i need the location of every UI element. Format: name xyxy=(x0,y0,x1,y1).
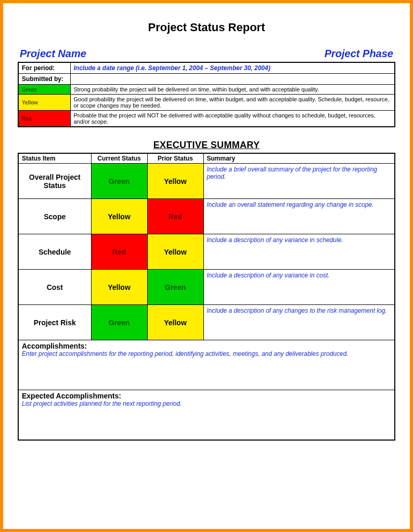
legend-red-desc: Probable that the project will NOT be de… xyxy=(70,111,395,127)
project-header: Project Name Project Phase xyxy=(18,48,395,60)
exec-item-label: Cost xyxy=(18,270,91,305)
page-title: Project Status Report xyxy=(18,21,395,34)
accomplishments-label: Accomplishments: xyxy=(22,342,391,350)
exec-row-schedule: Schedule Red Yellow Include a descriptio… xyxy=(18,234,395,270)
exec-summary-text: Include an overall statement regarding a… xyxy=(203,199,395,234)
exec-row-overall: Overall Project Status Green Yellow Incl… xyxy=(18,164,395,199)
col-current-status: Current Status xyxy=(91,153,147,164)
for-period-label: For period: xyxy=(18,62,70,74)
for-period-row: For period: Include a date range (i.e. S… xyxy=(18,62,395,74)
exec-item-label: Scope xyxy=(18,199,91,234)
exec-current-status: Yellow xyxy=(91,199,147,234)
exec-row-risk: Project Risk Green Yellow Include a desc… xyxy=(18,305,395,340)
exec-prior-status: Yellow xyxy=(147,164,203,199)
exec-header-row: Status Item Current Status Prior Status … xyxy=(18,153,395,164)
executive-summary-table: Status Item Current Status Prior Status … xyxy=(18,153,395,441)
exec-current-status: Yellow xyxy=(91,270,147,305)
accomplishments-row: Accomplishments: Enter project accomplis… xyxy=(18,340,395,390)
exec-prior-status: Red xyxy=(147,199,203,234)
expected-hint: List project activities planned for the … xyxy=(22,400,182,407)
legend-row-red: Red Probable that the project will NOT b… xyxy=(18,111,395,127)
exec-prior-status: Green xyxy=(147,270,203,305)
exec-item-label: Project Risk xyxy=(18,305,91,340)
exec-current-status: Green xyxy=(91,305,147,340)
exec-item-label: Schedule xyxy=(18,234,91,270)
page-frame: Project Status Report Project Name Proje… xyxy=(0,0,413,532)
project-phase-label: Project Phase xyxy=(325,48,393,60)
accomplishments-hint: Enter project accomplishments for the re… xyxy=(22,350,349,357)
legend-row-yellow: Yellow Good probability the project will… xyxy=(18,95,395,111)
expected-accomplishments-section: Expected Accomplishments: List project a… xyxy=(18,390,395,440)
exec-summary-text: Include a brief overall summary of the p… xyxy=(203,164,395,199)
submitted-by-label: Submitted by: xyxy=(18,74,70,85)
submitted-by-row: Submitted by: xyxy=(18,74,395,85)
exec-current-status: Green xyxy=(91,164,147,199)
exec-row-cost: Cost Yellow Green Include a description … xyxy=(18,270,395,305)
exec-prior-status: Yellow xyxy=(147,234,203,270)
exec-row-scope: Scope Yellow Red Include an overall stat… xyxy=(18,199,395,234)
meta-table: For period: Include a date range (i.e. S… xyxy=(18,62,395,127)
legend-red-chip: Red xyxy=(18,111,70,127)
exec-current-status: Red xyxy=(91,234,147,270)
legend-yellow-desc: Good probability the project will be del… xyxy=(70,95,395,111)
exec-summary-text: Include a description of any variance in… xyxy=(203,270,395,305)
expected-accomplishments-row: Expected Accomplishments: List project a… xyxy=(18,390,395,440)
executive-summary-title: EXECUTIVE SUMMARY xyxy=(18,140,395,151)
legend-green-desc: Strong probability the project will be d… xyxy=(70,85,395,95)
legend-green-chip: Green xyxy=(18,85,70,95)
col-prior-status: Prior Status xyxy=(147,153,203,164)
col-status-item: Status Item xyxy=(18,153,91,164)
legend-yellow-chip: Yellow xyxy=(18,95,70,111)
submitted-by-value xyxy=(70,74,395,85)
accomplishments-section: Accomplishments: Enter project accomplis… xyxy=(18,340,395,390)
exec-prior-status: Yellow xyxy=(147,305,203,340)
exec-summary-text: Include a description of any changes to … xyxy=(203,305,395,340)
legend-row-green: Green Strong probability the project wil… xyxy=(18,85,395,95)
for-period-value: Include a date range (i.e. September 1, … xyxy=(70,62,395,74)
exec-summary-text: Include a description of any variance in… xyxy=(203,234,395,270)
expected-label: Expected Accomplishments: xyxy=(22,392,391,400)
exec-item-label: Overall Project Status xyxy=(18,164,91,199)
col-summary: Summary xyxy=(203,153,395,164)
project-name-label: Project Name xyxy=(20,48,86,60)
